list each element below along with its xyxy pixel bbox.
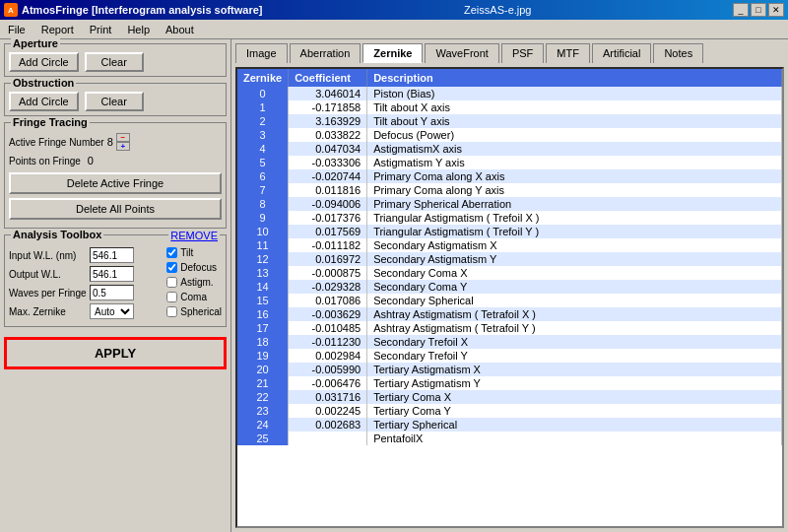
tab-zernike[interactable]: Zernike: [362, 43, 423, 63]
row-coeff: -0.029328: [289, 280, 367, 294]
row-coeff: 0.002683: [289, 418, 367, 432]
row-index: 0: [237, 87, 289, 100]
zernike-table: Zernike Coefficient Description 0 3.0460…: [237, 69, 782, 445]
tab-aberration[interactable]: Aberration: [290, 43, 361, 63]
row-index: 15: [237, 294, 289, 307]
tab-mtf[interactable]: MTF: [546, 43, 590, 63]
spherical-checkbox[interactable]: [166, 306, 177, 317]
astigm-checkbox[interactable]: [166, 277, 177, 288]
row-desc: AstigmatismX axis: [367, 142, 782, 156]
aperture-clear-button[interactable]: Clear: [85, 52, 144, 72]
output-wl-label: Output W.L.: [9, 269, 88, 280]
row-coeff: 0.016972: [289, 252, 367, 266]
input-wl-field[interactable]: [90, 247, 134, 263]
menu-bar: File Report Print Help About: [0, 20, 788, 39]
tabs-bar: ImageAberrationZernikeWaveFrontPSFMTFArt…: [235, 43, 784, 63]
row-desc: Astigmatism Y axis: [367, 156, 782, 169]
row-index: 18: [237, 335, 289, 349]
table-row: 25 PentafoilX: [237, 432, 782, 445]
table-row: 21 -0.006476 Tertiary Astigmatism Y: [237, 376, 782, 390]
menu-help[interactable]: Help: [123, 23, 154, 36]
waves-per-fringe-field[interactable]: [90, 285, 134, 300]
row-coeff: 0.047034: [289, 142, 367, 156]
table-row: 22 0.031716 Tertiary Coma X: [237, 390, 782, 404]
fringe-increment-button[interactable]: +: [116, 142, 130, 151]
astigm-label: Astigm.: [180, 277, 213, 288]
fringe-tracing-group: Fringe Tracing Active Fringe Number 8 − …: [4, 122, 227, 229]
defocus-checkbox[interactable]: [166, 262, 177, 273]
row-desc: Primary Coma along X axis: [367, 169, 782, 183]
row-coeff: 0.011816: [289, 183, 367, 197]
row-coeff: -0.033306: [289, 156, 367, 169]
row-desc: Primary Spherical Aberration: [367, 197, 782, 211]
output-wl-field[interactable]: [90, 266, 134, 282]
table-row: 24 0.002683 Tertiary Spherical: [237, 418, 782, 432]
main-content: Aperture Add Circle Clear Obstruction Ad…: [0, 39, 788, 532]
table-row: 16 -0.003629 Ashtray Astigmatism ( Tetra…: [237, 307, 782, 321]
table-row: 3 0.033822 Defocus (Power): [237, 128, 782, 142]
delete-active-fringe-button[interactable]: Delete Active Fringe: [9, 172, 222, 194]
tab-artificial[interactable]: Artificial: [592, 43, 652, 63]
menu-print[interactable]: Print: [86, 23, 116, 36]
row-index: 3: [237, 128, 289, 142]
remove-link[interactable]: REMOVE: [168, 230, 220, 241]
obstruction-add-circle-button[interactable]: Add Circle: [9, 92, 79, 111]
menu-file[interactable]: File: [4, 23, 30, 36]
maximize-button[interactable]: □: [751, 3, 766, 17]
tab-psf[interactable]: PSF: [501, 43, 544, 63]
row-index: 19: [237, 349, 289, 363]
minimize-button[interactable]: _: [733, 3, 749, 17]
tab-notes[interactable]: Notes: [653, 43, 703, 63]
row-index: 16: [237, 307, 289, 321]
row-index: 24: [237, 418, 289, 432]
app-icon: A: [4, 3, 18, 17]
table-row: 23 0.002245 Tertiary Coma Y: [237, 404, 782, 418]
row-index: 1: [237, 100, 289, 114]
aperture-add-circle-button[interactable]: Add Circle: [9, 52, 79, 72]
obstruction-title: Obstruction: [11, 77, 76, 89]
max-zernike-select[interactable]: Auto: [90, 303, 134, 319]
row-index: 8: [237, 197, 289, 211]
table-row: 4 0.047034 AstigmatismX axis: [237, 142, 782, 156]
title-bar: A AtmosFringe [Interferogram analysis so…: [0, 0, 788, 20]
row-desc: Triangular Astigmatism ( Trefoil X ): [367, 211, 782, 225]
table-row: 8 -0.094006 Primary Spherical Aberration: [237, 197, 782, 211]
coma-checkbox[interactable]: [166, 292, 177, 302]
row-desc: Secondary Trefoil X: [367, 335, 782, 349]
delete-all-points-button[interactable]: Delete All Points: [9, 198, 222, 220]
tilt-checkbox[interactable]: [166, 247, 177, 258]
row-index: 14: [237, 280, 289, 294]
menu-report[interactable]: Report: [37, 23, 78, 36]
aperture-title: Aperture: [11, 37, 60, 49]
defocus-label: Defocus: [180, 262, 217, 273]
row-desc: Secondary Astigmatism Y: [367, 252, 782, 266]
row-index: 20: [237, 363, 289, 376]
tab-wavefront[interactable]: WaveFront: [425, 43, 498, 63]
waves-per-fringe-label: Waves per Fringe: [9, 288, 88, 299]
row-desc: Tertiary Astigmatism X: [367, 363, 782, 376]
row-desc: Secondary Coma Y: [367, 280, 782, 294]
menu-about[interactable]: About: [162, 23, 198, 36]
row-desc: Tertiary Astigmatism Y: [367, 376, 782, 390]
row-coeff: 0.017569: [289, 225, 367, 238]
row-coeff: -0.171858: [289, 100, 367, 114]
tab-image[interactable]: Image: [235, 43, 288, 63]
table-row: 12 0.016972 Secondary Astigmatism Y: [237, 252, 782, 266]
row-coeff: -0.011182: [289, 238, 367, 252]
points-on-fringe-value: 0: [88, 155, 94, 166]
table-row: 2 3.163929 Tilt about Y axis: [237, 114, 782, 128]
max-zernike-label: Max. Zernike: [9, 306, 88, 317]
row-index: 22: [237, 390, 289, 404]
row-desc: Secondary Spherical: [367, 294, 782, 307]
close-button[interactable]: ✕: [768, 3, 784, 17]
apply-button[interactable]: APPLY: [4, 337, 227, 369]
row-desc: Primary Coma along Y axis: [367, 183, 782, 197]
row-index: 13: [237, 266, 289, 280]
tilt-label: Tilt: [180, 247, 193, 258]
row-coeff: -0.000875: [289, 266, 367, 280]
table-row: 5 -0.033306 Astigmatism Y axis: [237, 156, 782, 169]
fringe-decrement-button[interactable]: −: [116, 133, 130, 142]
analysis-toolbox-group: Analysis Toolbox REMOVE Input W.L. (nm) …: [4, 234, 227, 327]
row-index: 17: [237, 321, 289, 335]
obstruction-clear-button[interactable]: Clear: [85, 92, 144, 111]
